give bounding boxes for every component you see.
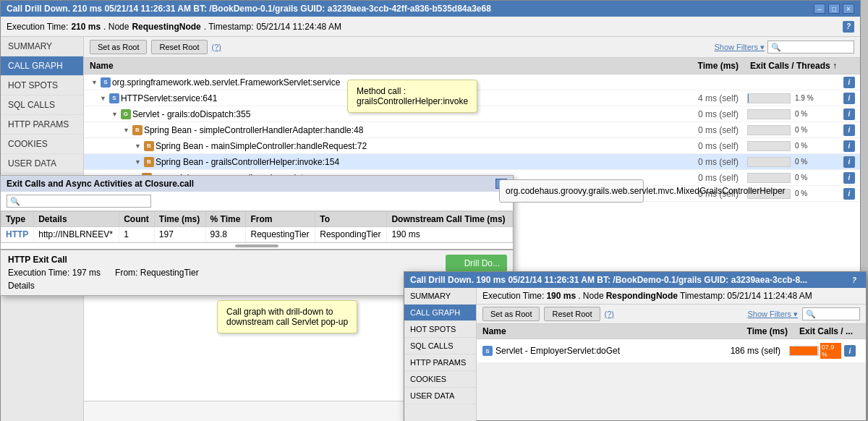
info-button[interactable]: i bbox=[843, 156, 855, 168]
exit-popup-title: Exit Calls and Async Activities at Closu… bbox=[7, 179, 194, 189]
info-button[interactable]: i bbox=[843, 77, 855, 88]
exec-node-label: . Node bbox=[103, 22, 129, 32]
show-filters-button[interactable]: Show Filters ▾ bbox=[714, 43, 765, 52]
scroll-indicator[interactable] bbox=[235, 244, 278, 247]
secondary-node-label: . Node bbox=[578, 291, 603, 301]
secondary-reset-root-button[interactable]: Reset Root bbox=[544, 307, 600, 321]
http-from: From: RequestingTier bbox=[115, 268, 199, 278]
secondary-right-panel: Execution Time: 190 ms . Node Responding… bbox=[477, 288, 866, 421]
secondary-show-filters-button[interactable]: Show Filters ▾ bbox=[747, 310, 798, 319]
expand-icon: ▼ bbox=[135, 158, 141, 166]
main-title-bar: Call Drill Down. 210 ms 05/21/14 11:26:3… bbox=[1, 1, 860, 17]
table-row[interactable]: ▼ B Spring Bean - mainSimpleController:h… bbox=[84, 138, 860, 154]
exit-popup-search-input[interactable] bbox=[7, 195, 151, 208]
callgraph-note-line1: Call graph with drill-down to bbox=[226, 307, 348, 317]
secondary-sidebar-hotspots[interactable]: HOT SPOTS bbox=[404, 321, 476, 338]
secondary-sidebar-summary[interactable]: SUMMARY bbox=[404, 288, 476, 305]
col-header-downstream: Downstream Call Time (ms) bbox=[387, 212, 513, 227]
sidebar-item-hotspots[interactable]: HOT SPOTS bbox=[1, 76, 83, 95]
exit-popup-header: Exit Calls and Async Activities at Closu… bbox=[1, 176, 513, 192]
secondary-info-button[interactable]: i bbox=[844, 345, 856, 357]
row-time-1: 4 ms (self) bbox=[643, 92, 744, 105]
secondary-node-name: RespondingNode bbox=[606, 291, 678, 301]
secondary-sidebar-userdata[interactable]: USER DATA bbox=[404, 388, 476, 404]
callgraph-annotation: Call graph with drill-down to downstream… bbox=[217, 300, 357, 333]
row-name-4: ▼ B Spring Bean - mainSimpleController:h… bbox=[84, 140, 643, 153]
minimize-button[interactable]: – bbox=[814, 4, 825, 14]
secondary-exec-label: Execution Time: bbox=[482, 291, 544, 301]
table-row[interactable]: ▼ B Spring Bean - simpleControllerHandle… bbox=[84, 122, 860, 138]
secondary-row-time: 186 ms (self) bbox=[692, 344, 786, 357]
http-exec-time: Execution Time: 197 ms bbox=[8, 268, 101, 278]
tooltip-line2: grailsControllerHelper:invoke bbox=[357, 96, 468, 106]
secondary-col-time: Time (ms) bbox=[699, 326, 793, 336]
toolbar: Set as Root Reset Root (?) Show Filters … bbox=[84, 37, 860, 58]
expand-icon: ▼ bbox=[135, 143, 141, 150]
secondary-help-button[interactable]: ? bbox=[848, 274, 860, 286]
exec-timestamp: 05/21/14 11:24:48 AM bbox=[256, 22, 341, 32]
exit-popup-search-area bbox=[1, 192, 513, 211]
row-time: 197 bbox=[154, 227, 205, 242]
reset-root-button[interactable]: Reset Root bbox=[151, 40, 207, 54]
sidebar-item-callgraph[interactable]: CALL GRAPH bbox=[1, 56, 83, 76]
secondary-window-title: Call Drill Down. 190 ms 05/21/14 11:26:3… bbox=[410, 275, 807, 285]
scroll-area bbox=[1, 242, 513, 249]
table-row[interactable]: ▼ B Spring Bean - grailsControllerHelper… bbox=[84, 154, 860, 170]
exit-progress-bar bbox=[747, 173, 791, 183]
list-item[interactable]: HTTP http://INBLRNEEV* 1 197 93.8 Reques… bbox=[1, 227, 513, 242]
spring-icon: B bbox=[144, 141, 154, 151]
help-link[interactable]: (?) bbox=[212, 43, 221, 51]
http-tooltip-text: org.codehaus.groovy.grails.web.servlet.m… bbox=[506, 186, 786, 196]
table-row[interactable]: S Servlet - EmployerServlet:doGet 186 ms… bbox=[477, 339, 866, 363]
secondary-help-link[interactable]: (?) bbox=[605, 310, 614, 318]
expand-icon: ▼ bbox=[91, 79, 98, 86]
sidebar-item-summary[interactable]: SUMMARY bbox=[1, 37, 83, 56]
secondary-sidebar: SUMMARY CALL GRAPH HOT SPOTS SQL CALLS H… bbox=[404, 288, 477, 421]
secondary-col-name: Name bbox=[477, 326, 699, 336]
drill-down-label: Drill Do... bbox=[464, 258, 500, 268]
close-button[interactable]: × bbox=[843, 4, 854, 14]
exit-progress-bar bbox=[747, 125, 791, 135]
secondary-set-root-button[interactable]: Set as Root bbox=[482, 307, 540, 321]
info-button[interactable]: i bbox=[843, 172, 855, 184]
secondary-sidebar-cookies[interactable]: COOKIES bbox=[404, 371, 476, 388]
spring-icon: B bbox=[132, 125, 142, 135]
col-header-time: Time (ms) bbox=[643, 61, 744, 71]
help-button[interactable]: ? bbox=[843, 21, 854, 33]
sidebar-item-cookies[interactable]: COOKIES bbox=[1, 135, 83, 154]
secondary-exec-time: 190 ms bbox=[546, 291, 576, 301]
servlet-icon: S bbox=[109, 93, 119, 103]
http-exit-header: HTTP Exit Call bbox=[8, 255, 506, 265]
info-button[interactable]: i bbox=[843, 109, 855, 120]
grails-icon: G bbox=[121, 109, 131, 119]
maximize-button[interactable]: □ bbox=[828, 4, 840, 14]
info-button[interactable]: i bbox=[843, 124, 855, 136]
secondary-sidebar-httpparams[interactable]: HTTP PARAMS bbox=[404, 354, 476, 371]
drill-down-button[interactable]: ✓ Drill Do... bbox=[446, 255, 507, 272]
sidebar-item-httpparams[interactable]: HTTP PARAMS bbox=[1, 115, 83, 135]
exit-progress-bar bbox=[747, 109, 791, 119]
expand-icon: ▼ bbox=[111, 111, 118, 118]
exec-time-value: 210 ms bbox=[71, 22, 101, 32]
secondary-sidebar-callgraph[interactable]: CALL GRAPH bbox=[404, 305, 476, 321]
col-header-details: Details bbox=[34, 212, 119, 227]
exit-progress-bar bbox=[747, 141, 791, 151]
secondary-sidebar-sqlcalls[interactable]: SQL CALLS bbox=[404, 338, 476, 354]
row-name-5: ▼ B Spring Bean - grailsControllerHelper… bbox=[84, 156, 643, 169]
sidebar-item-sqlcalls[interactable]: SQL CALLS bbox=[1, 95, 83, 115]
secondary-pct: 07.9 % bbox=[820, 343, 841, 359]
secondary-progress-fill bbox=[790, 346, 817, 355]
col-header-to: To bbox=[315, 212, 387, 227]
search-input[interactable] bbox=[767, 41, 854, 54]
row-time-2: 0 ms (self) bbox=[643, 108, 744, 121]
tooltip-line1: Method call : bbox=[357, 86, 468, 96]
info-button[interactable]: i bbox=[843, 188, 855, 200]
secondary-toolbar: Set as Root Reset Root (?) Show Filters … bbox=[477, 305, 866, 324]
info-button[interactable]: i bbox=[843, 93, 855, 104]
info-button[interactable]: i bbox=[843, 140, 855, 152]
sidebar-item-userdata[interactable]: USER DATA bbox=[1, 154, 83, 174]
secondary-search-input[interactable] bbox=[802, 307, 860, 320]
exec-time-label: Execution Time: bbox=[7, 22, 68, 32]
set-root-button[interactable]: Set as Root bbox=[90, 40, 147, 54]
exit-progress-bar bbox=[747, 157, 791, 167]
